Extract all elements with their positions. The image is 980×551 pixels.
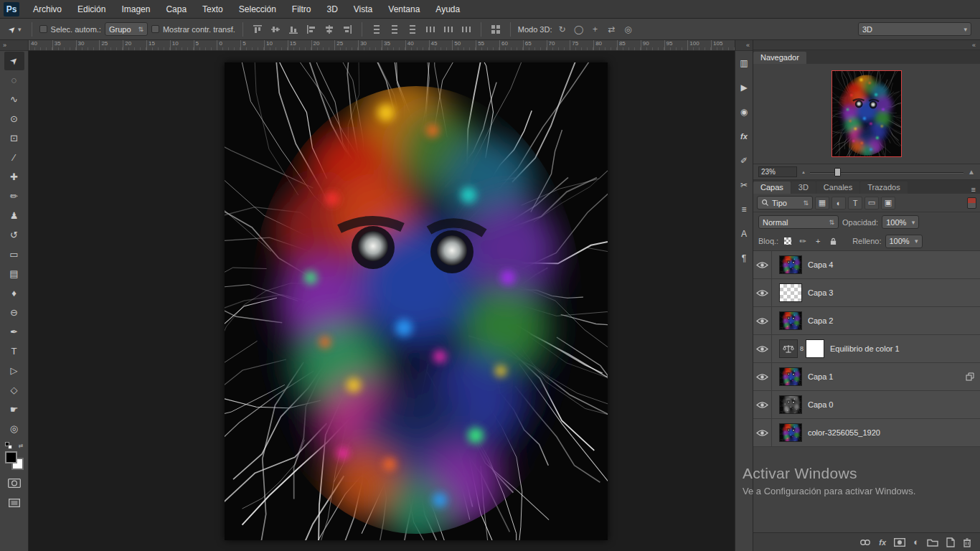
clone-stamp-tool[interactable]: ♟ <box>4 207 24 225</box>
document-image[interactable] <box>225 62 608 540</box>
layer-mask-thumbnail[interactable] <box>806 339 824 358</box>
zoom-tool[interactable]: ◎ <box>4 420 24 438</box>
layer-row-capa-3[interactable]: Capa 3 <box>753 279 980 307</box>
move-tool[interactable]: ➤ <box>4 52 24 70</box>
filter-shape-layers-button[interactable]: ▭ <box>864 197 879 209</box>
pen-tool[interactable]: ✒ <box>4 323 24 342</box>
workspace-switcher[interactable]: 3D ▾ <box>858 22 971 36</box>
lock-image-pixels-button[interactable]: ✏ <box>797 235 809 247</box>
add-mask-icon[interactable] <box>894 538 905 547</box>
horizontal-ruler[interactable]: 40 35 30 25 20 15 10 5 0 5 10 15 20 25 3… <box>29 40 735 51</box>
spot-healing-tool[interactable]: ✚ <box>4 168 24 187</box>
layer-row-color-3256055-1920[interactable]: color-3256055_1920 <box>753 419 980 447</box>
tab-canales[interactable]: Canales <box>816 182 859 194</box>
clone-source-panel-icon[interactable]: ✂ <box>736 177 752 193</box>
screen-mode-button[interactable] <box>4 494 24 512</box>
layer-thumbnail[interactable] <box>779 423 802 442</box>
delete-layer-icon[interactable] <box>963 537 971 547</box>
distribute-left-edges-button[interactable] <box>423 22 438 37</box>
info-panel-icon[interactable]: ◉ <box>736 104 752 120</box>
visibility-toggle[interactable] <box>753 335 772 362</box>
auto-align-layers-button[interactable] <box>489 22 503 37</box>
menu-filtro[interactable]: Filtro <box>284 0 319 19</box>
align-right-edges-button[interactable] <box>340 22 354 37</box>
path-selection-tool[interactable]: ▷ <box>4 362 24 380</box>
zoom-slider-handle[interactable] <box>834 168 841 176</box>
blend-mode-dropdown[interactable]: Normal ⇅ <box>758 215 839 229</box>
navigator-proxy[interactable] <box>831 70 902 157</box>
visibility-toggle[interactable] <box>753 251 772 278</box>
tab-trazados[interactable]: Trazados <box>860 182 907 194</box>
histogram-panel-icon[interactable]: ▥ <box>736 55 752 71</box>
history-brush-tool[interactable]: ↺ <box>4 226 24 245</box>
menu-vista[interactable]: Vista <box>346 0 380 19</box>
tab-3d[interactable]: 3D <box>791 182 816 194</box>
auto-select-mode-dropdown[interactable]: Grupo ⇅ <box>105 22 148 36</box>
visibility-toggle[interactable] <box>753 419 772 446</box>
layer-comps-panel-icon[interactable]: ≡ <box>736 202 752 217</box>
menu-edicion[interactable]: Edición <box>70 0 113 19</box>
layer-row-equilibrio-de-color[interactable]: 8 Equilibrio de color 1 <box>753 335 980 363</box>
lock-transparent-pixels-button[interactable] <box>782 235 793 247</box>
visibility-toggle[interactable] <box>753 307 772 334</box>
filter-smart-objects-button[interactable]: ▣ <box>881 197 895 209</box>
link-layers-icon[interactable] <box>859 539 871 546</box>
auto-select-checkbox[interactable] <box>39 25 47 33</box>
filter-pixel-layers-button[interactable]: ▦ <box>815 197 829 209</box>
menu-imagen[interactable]: Imagen <box>113 0 158 19</box>
tool-presets-panel-icon[interactable]: ✐ <box>736 153 752 169</box>
filter-adjustment-layers-button[interactable]: ◐ <box>831 197 846 209</box>
visibility-toggle[interactable] <box>753 391 772 418</box>
align-horizontal-centers-button[interactable] <box>322 22 336 37</box>
3d-pan-icon[interactable]: + <box>589 23 602 36</box>
visibility-toggle[interactable] <box>753 363 772 390</box>
3d-zoom-icon[interactable]: ◎ <box>622 23 635 36</box>
gradient-tool[interactable]: ▤ <box>4 265 24 283</box>
filter-type-layers-button[interactable]: T <box>848 197 862 209</box>
collapse-dock-button[interactable]: « <box>972 42 976 49</box>
distribute-top-edges-button[interactable] <box>369 22 384 37</box>
custom-shape-tool[interactable]: ◇ <box>4 381 24 400</box>
menu-capa[interactable]: Capa <box>158 0 194 19</box>
layer-thumbnail[interactable] <box>779 255 802 274</box>
styles-panel-icon[interactable]: fx <box>736 128 752 144</box>
menu-seleccion[interactable]: Selección <box>231 0 284 19</box>
layer-thumbnail[interactable] <box>779 395 802 414</box>
zoom-out-mountain-icon[interactable]: ▲ <box>801 170 806 174</box>
align-bottom-edges-button[interactable] <box>286 22 301 37</box>
toolbar-collapse-button[interactable]: » <box>0 40 28 51</box>
3d-roll-icon[interactable]: ◯ <box>573 23 585 36</box>
lock-all-button[interactable] <box>827 235 839 247</box>
new-group-icon[interactable] <box>927 538 938 547</box>
character-panel-icon[interactable]: A <box>736 226 752 242</box>
layer-row-capa-0[interactable]: Capa 0 <box>753 391 980 419</box>
expand-panels-button[interactable]: « <box>735 40 753 51</box>
menu-ventana[interactable]: Ventana <box>380 0 428 19</box>
align-vertical-centers-button[interactable] <box>268 22 283 37</box>
panel-menu-icon[interactable]: ≡ <box>971 185 976 194</box>
foreground-color-swatch[interactable] <box>5 451 17 463</box>
navigator-zoom-input[interactable]: 23% <box>758 166 797 177</box>
new-layer-icon[interactable] <box>946 537 955 547</box>
layer-thumbnail[interactable] <box>779 283 802 302</box>
3d-slide-icon[interactable]: ⇄ <box>606 23 618 36</box>
menu-texto[interactable]: Texto <box>194 0 231 19</box>
paragraph-panel-icon[interactable]: ¶ <box>736 250 752 266</box>
swap-colors-icon[interactable]: ⇄ <box>19 443 24 449</box>
eyedropper-tool[interactable]: ⁄ <box>4 149 24 167</box>
distribute-bottom-edges-button[interactable] <box>405 22 420 37</box>
eraser-tool[interactable]: ▭ <box>4 245 24 264</box>
distribute-vertical-centers-button[interactable] <box>387 22 402 37</box>
default-colors-icon[interactable] <box>5 442 12 449</box>
layer-thumbnail[interactable] <box>779 311 802 330</box>
menu-archivo[interactable]: Archivo <box>25 0 70 19</box>
tab-capas[interactable]: Capas <box>753 182 791 194</box>
fill-dropdown[interactable]: 100% ▾ <box>885 235 923 248</box>
blur-tool[interactable]: ♦ <box>4 284 24 303</box>
zoom-in-mountain-icon[interactable]: ▲ <box>968 168 975 176</box>
lasso-tool[interactable]: ∿ <box>4 90 24 109</box>
dodge-tool[interactable]: ⊖ <box>4 303 24 322</box>
layer-style-icon[interactable]: fx <box>879 538 886 547</box>
opacity-dropdown[interactable]: 100% ▾ <box>882 215 919 229</box>
lock-position-button[interactable]: + <box>812 235 824 247</box>
